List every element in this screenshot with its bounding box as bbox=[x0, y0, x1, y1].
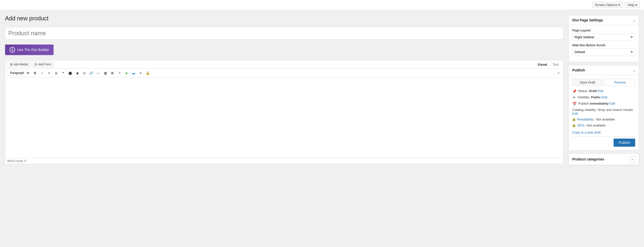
publish-chevron-up-icon bbox=[633, 68, 635, 72]
status-value: Draft bbox=[589, 89, 597, 93]
visibility-edit-link[interactable]: Edit bbox=[602, 95, 607, 99]
sidebar: Divi Page Settings Page Layout: Right Si… bbox=[569, 15, 639, 242]
word-count: Word count: 0 bbox=[5, 158, 563, 164]
special1-button[interactable]: ⌖ bbox=[116, 70, 123, 76]
top-bar: Screen Options ▾ Help ▾ bbox=[0, 0, 644, 10]
add-form-icon: ⊟ bbox=[34, 63, 37, 66]
strikethrough-button[interactable]: ≡ bbox=[137, 70, 144, 76]
save-draft-button[interactable]: Save Draft bbox=[572, 79, 603, 86]
preview-button[interactable]: Preview bbox=[605, 79, 635, 86]
chevron-down-icon bbox=[631, 157, 633, 161]
editor-toolbar-top: ⊞ Add Media ⊟ Add Form Visual Text bbox=[5, 60, 563, 69]
catalog-visibility-row: Catalog visibility: Shop and search resu… bbox=[572, 108, 635, 115]
readability-label[interactable]: Readability: bbox=[577, 117, 594, 121]
content-area: Add new product D Use The Divi Builder ⊞… bbox=[5, 15, 564, 242]
add-form-button[interactable]: ⊟ Add Form bbox=[32, 61, 54, 67]
publish-footer: Publish bbox=[572, 136, 635, 147]
status-edit-link[interactable]: Edit bbox=[598, 89, 603, 93]
publish-actions: Save Draft Preview bbox=[572, 79, 635, 86]
divi-builder-button[interactable]: D Use The Divi Builder bbox=[5, 45, 54, 55]
seo-icon: ▣ bbox=[572, 124, 576, 128]
screen-options-label: Screen Options bbox=[595, 3, 618, 7]
bold2-button[interactable]: B bbox=[109, 70, 116, 76]
unordered-list-button[interactable]: ≡ bbox=[46, 70, 52, 76]
bold-button[interactable]: B bbox=[32, 70, 38, 76]
visibility-label: Visibility: bbox=[577, 95, 590, 99]
italic-button[interactable]: I bbox=[39, 70, 45, 76]
readability-value: Not available bbox=[596, 117, 615, 121]
publish-time-label: Publish bbox=[578, 102, 589, 105]
add-media-icon: ⊞ bbox=[10, 63, 13, 66]
page-layout-select[interactable]: Right Sidebar Left Sidebar Full Width No… bbox=[572, 34, 635, 40]
help-arrow: ▾ bbox=[635, 3, 637, 7]
help-button[interactable]: Help ▾ bbox=[625, 2, 640, 8]
product-categories-title: Product categories bbox=[572, 157, 604, 161]
divi-page-settings-panel: Divi Page Settings Page Layout: Right Si… bbox=[569, 15, 639, 62]
add-media-button[interactable]: ⊞ Add Media bbox=[7, 61, 31, 67]
hide-nav-select[interactable]: Default Hide Show bbox=[572, 49, 635, 55]
eye-icon: 👁 bbox=[572, 96, 576, 100]
help-label: Help bbox=[628, 3, 634, 7]
divi-page-settings-header: Divi Page Settings bbox=[569, 15, 639, 25]
chevron-up-icon bbox=[633, 18, 635, 22]
product-categories-header: Product categories bbox=[569, 154, 639, 165]
editor-toolbar-left: ⊞ Add Media ⊟ Add Form bbox=[7, 61, 54, 67]
screen-options-arrow: ▾ bbox=[618, 3, 620, 7]
tab-text[interactable]: Text bbox=[550, 62, 561, 67]
visibility-value: Public bbox=[591, 95, 601, 99]
lock-button[interactable]: 🔒 bbox=[144, 70, 151, 76]
product-categories-panel: Product categories bbox=[569, 153, 639, 165]
horizontal-rule-button[interactable]: — bbox=[95, 70, 102, 76]
visibility-row: 👁 Visibility: Public Edit bbox=[572, 95, 635, 100]
divi-builder-label: Use The Divi Builder bbox=[17, 48, 49, 52]
add-media-label: Add Media bbox=[14, 63, 28, 66]
divi-page-settings-title: Divi Page Settings bbox=[572, 18, 603, 22]
catalog-visibility-value: Shop and search results bbox=[597, 108, 633, 112]
calendar-icon: 📅 bbox=[572, 102, 577, 106]
product-categories-toggle[interactable] bbox=[629, 156, 635, 162]
expand-editor-button[interactable]: ⤢ bbox=[556, 70, 561, 76]
publish-panel-header: Publish bbox=[569, 65, 639, 75]
seo-value: Not available bbox=[587, 124, 606, 127]
publish-panel-body: Save Draft Preview 📌 Status: Draft Edit bbox=[569, 75, 639, 150]
product-name-input[interactable] bbox=[5, 27, 564, 39]
page-title: Add new product bbox=[5, 15, 564, 22]
divi-icon: D bbox=[10, 47, 15, 53]
screen-options-button[interactable]: Screen Options ▾ bbox=[592, 2, 623, 8]
publish-panel: Publish Save Draft Preview bbox=[569, 65, 639, 150]
color-button[interactable]: ■ bbox=[123, 70, 130, 76]
publish-time-value: immediately bbox=[590, 102, 609, 105]
editor-format-bar: Paragraph B I ≡ ≣ ❝ ⬤ ◉ ◎ 🔗 — ▦ B ⌖ ■ ▬ … bbox=[5, 69, 563, 77]
blockquote-button[interactable]: ❝ bbox=[60, 70, 66, 76]
hide-nav-label: Hide Nav Before Scroll: bbox=[572, 44, 635, 47]
seo-row: ▣ SEO:: Not available bbox=[572, 124, 635, 128]
copy-draft-link[interactable]: Copy to a new draft bbox=[572, 131, 601, 134]
publish-meta: 📌 Status: Draft Edit 👁 Visibility: Publi… bbox=[572, 89, 635, 128]
tab-visual[interactable]: Visual bbox=[535, 62, 550, 67]
catalog-visibility-label: Catalog visibility: bbox=[572, 108, 597, 112]
paragraph-select[interactable]: Paragraph bbox=[7, 70, 30, 76]
table-button[interactable]: ▦ bbox=[102, 70, 109, 76]
pin-icon: 📌 bbox=[572, 89, 577, 93]
status-label: Status: bbox=[578, 89, 588, 93]
underline-button[interactable]: ▬ bbox=[130, 70, 137, 76]
seo-label[interactable]: SEO: bbox=[577, 124, 585, 127]
divi-page-settings-toggle[interactable] bbox=[633, 18, 635, 22]
readability-icon: ▣ bbox=[572, 117, 576, 121]
link-button[interactable]: 🔗 bbox=[88, 70, 95, 76]
editor-tabs: Visual Text bbox=[535, 62, 561, 67]
editor-content[interactable] bbox=[5, 77, 563, 158]
align-right-button[interactable]: ◎ bbox=[81, 70, 88, 76]
ordered-list-button[interactable]: ≣ bbox=[53, 70, 59, 76]
publish-button[interactable]: Publish bbox=[614, 139, 635, 147]
publish-time-edit-link[interactable]: Edit bbox=[610, 102, 615, 105]
page-layout-label: Page Layout: bbox=[572, 29, 635, 32]
align-left-button[interactable]: ⬤ bbox=[67, 70, 73, 76]
divi-page-settings-body: Page Layout: Right Sidebar Left Sidebar … bbox=[569, 25, 639, 62]
editor-box: ⊞ Add Media ⊟ Add Form Visual Text bbox=[5, 60, 564, 164]
main-layout: Add new product D Use The Divi Builder ⊞… bbox=[0, 10, 644, 247]
align-center-button[interactable]: ◉ bbox=[74, 70, 80, 76]
add-form-label: Add Form bbox=[38, 63, 51, 66]
publish-panel-toggle[interactable] bbox=[633, 68, 635, 72]
catalog-visibility-edit-link[interactable]: Edit bbox=[572, 112, 578, 115]
